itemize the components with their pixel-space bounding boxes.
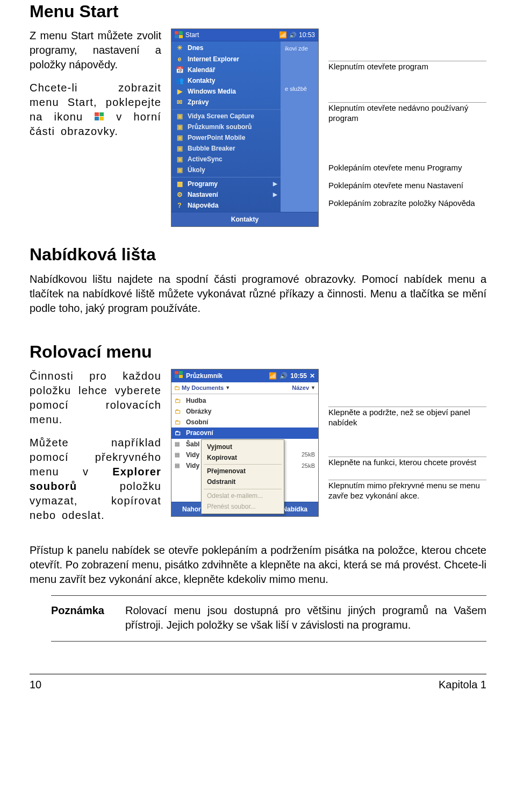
menu-item-recent[interactable]: ▣Úkoly <box>171 165 281 175</box>
item-size: 25kB <box>302 451 315 459</box>
menu-item-help[interactable]: ?Nápověda <box>171 200 281 211</box>
item-label: Šabl <box>186 440 199 448</box>
svg-rect-7 <box>179 35 183 38</box>
signal-icon: 📶 <box>279 31 287 39</box>
ctx-item-email: Odeslat e-mailem... <box>202 490 284 501</box>
separator <box>204 489 282 489</box>
folder-icon: 🗀 <box>175 418 183 426</box>
item-label: Vidy <box>186 461 199 470</box>
svg-rect-6 <box>175 35 178 38</box>
menu-label: Úkoly <box>188 166 205 174</box>
para-start-intro: Z menu Start můžete zvolit programy, nas… <box>30 29 161 72</box>
menu-item-settings[interactable]: ⚙Nastavení▶ <box>171 189 281 200</box>
menu-label: Kalendář <box>188 66 215 74</box>
list-item[interactable]: 🗀Osobní <box>171 417 318 428</box>
programs-icon: ▦ <box>175 180 184 188</box>
svg-rect-10 <box>175 375 178 378</box>
svg-rect-0 <box>95 112 99 116</box>
heading-rolovaci-menu: Rolovací menu <box>30 340 486 364</box>
mail-icon: ✉ <box>175 98 184 106</box>
item-size: 25kB <box>302 462 315 470</box>
para-popup-example: Můžete například pomocí překryvného menu… <box>30 436 161 523</box>
gear-icon: ⚙ <box>175 190 184 199</box>
menu-label: Windows Media <box>188 87 236 96</box>
device-title: Start <box>185 31 199 39</box>
ctx-item-delete[interactable]: Odstranit <box>202 476 284 487</box>
para-command-bar: Nabídkovou lištu najdete na spodní části… <box>30 272 486 316</box>
screenshot-start-menu: Start 📶 🔊 10:53 ☀Dnes eInternet Explorer… <box>171 29 319 227</box>
device-titlebar: Start 📶 🔊 10:53 <box>171 29 318 41</box>
contacts-icon: 👥 <box>175 76 184 85</box>
ctx-item-cut[interactable]: Vyjmout <box>202 441 284 452</box>
ctx-item-beam: Přenést soubor... <box>202 501 284 512</box>
today-panel: ikovi zde e službě <box>281 41 318 212</box>
menu-item[interactable]: 📅Kalendář <box>171 65 281 75</box>
callout-help: Poklepáním zobrazíte položky Nápověda <box>328 198 486 209</box>
page-footer: 10 Kapitola 1 <box>30 674 486 692</box>
item-label: Hudba <box>186 396 206 405</box>
column-header-name[interactable]: Název <box>292 384 309 392</box>
app-icon: ▣ <box>175 144 184 153</box>
svg-rect-3 <box>99 117 104 120</box>
callout-programs: Poklepáním otevřete menu Programy <box>328 163 486 173</box>
explorer-location-bar[interactable]: 🗀 My Documents ▼ Název ▼ <box>171 382 318 394</box>
list-item[interactable]: 🗀Hudba <box>171 395 318 406</box>
para-start-howto: Chcete-li zobrazit menu Start, poklepejt… <box>30 81 161 139</box>
menu-item[interactable]: ✉Zprávy <box>171 97 281 108</box>
page-number: 10 <box>30 678 41 692</box>
file-icon: ▤ <box>175 440 183 448</box>
windows-flag-icon <box>175 31 183 39</box>
menu-item-recent[interactable]: ▣PowerPoint Mobile <box>171 132 281 143</box>
list-item[interactable]: 🗀Obrázky <box>171 406 318 417</box>
menu-item-recent[interactable]: ▣Bubble Breaker <box>171 143 281 154</box>
device-title: Průzkumník <box>186 372 223 380</box>
svg-rect-1 <box>99 112 104 116</box>
location-label: My Documents <box>182 384 224 392</box>
menu-item-recent[interactable]: ▣ActiveSync <box>171 154 281 165</box>
today-hint-text-2: e službě <box>285 85 314 93</box>
softkey-menu[interactable]: Nabídka <box>282 505 307 514</box>
item-label: Pracovní <box>186 429 213 437</box>
divider <box>51 595 486 596</box>
windows-flag-icon <box>175 371 183 381</box>
menu-label: PowerPoint Mobile <box>188 133 245 142</box>
callout-tap-outside: Klepnutím mimo překryvné menu se menu za… <box>328 480 486 501</box>
menu-label: ActiveSync <box>188 155 223 163</box>
callout-tap-and-hold: Klepněte a podržte, než se objeví panel … <box>328 407 486 428</box>
menu-item[interactable]: ☀Dnes <box>171 42 281 53</box>
today-hint-text: ikovi zde <box>285 45 314 53</box>
chevron-down-icon: ▼ <box>225 384 230 391</box>
menu-item[interactable]: eInternet Explorer <box>171 54 281 65</box>
menu-label: Vidya Screen Capture <box>188 112 254 120</box>
chapter-label: Kapitola 1 <box>439 678 486 692</box>
menu-label: Dnes <box>188 44 203 52</box>
folder-icon: 🗀 <box>175 396 183 405</box>
svg-rect-5 <box>179 31 183 34</box>
menu-label: Internet Explorer <box>188 55 239 63</box>
menu-item[interactable]: 👥Kontakty <box>171 75 281 86</box>
svg-rect-2 <box>95 117 99 120</box>
app-icon: ▣ <box>175 133 184 142</box>
softkey-label[interactable]: Kontakty <box>231 215 259 224</box>
menu-label: Nastavení <box>188 190 218 199</box>
folder-icon: 🗀 <box>174 384 180 392</box>
chevron-right-icon: ▶ <box>273 180 277 188</box>
svg-rect-9 <box>179 371 183 374</box>
app-icon: ▣ <box>175 155 184 163</box>
para-popup-detail: Přístup k panelu nabídek se otevře pokle… <box>30 543 486 587</box>
menu-item[interactable]: ▶Windows Media <box>171 86 281 97</box>
item-label: Obrázky <box>186 407 211 416</box>
callout-open-program: Klepnutím otevřete program <box>328 61 486 72</box>
menu-item-programs[interactable]: ▦Programy▶ <box>171 177 281 189</box>
note-block: Poznámka Rolovací menu jsou dostupná pro… <box>30 595 486 642</box>
signal-icon: 📶 <box>269 372 277 380</box>
menu-label: Průzkumník souborů <box>188 123 252 131</box>
svg-rect-4 <box>175 31 178 34</box>
close-icon[interactable]: ✕ <box>310 372 315 380</box>
today-icon: ☀ <box>175 44 184 52</box>
menu-item-recent[interactable]: ▣Průzkumník souborů <box>171 122 281 132</box>
ctx-item-copy[interactable]: Kopírovat <box>202 452 284 463</box>
ctx-item-rename[interactable]: Přejmenovat <box>202 466 284 476</box>
menu-item-recent[interactable]: ▣Vidya Screen Capture <box>171 109 281 122</box>
list-item-selected[interactable]: 🗀Pracovní <box>171 428 318 438</box>
